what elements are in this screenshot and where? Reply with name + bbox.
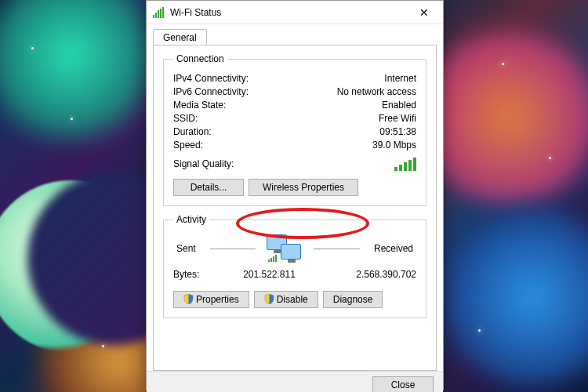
properties-button-label: Properties [196,294,239,305]
wifi-icon [153,7,165,18]
signal-quality-label: Signal Quality: [173,158,234,169]
activity-group: Activity Sent Received Bytes: 201.522.81… [163,214,426,318]
ipv6-label: IPv6 Connectivity: [173,86,249,97]
speed-value: 39.0 Mbps [372,140,416,151]
duration-value: 09:51:38 [379,126,416,137]
shield-icon [264,294,274,304]
activity-legend: Activity [173,214,209,225]
divider-line [314,249,360,249]
svg-rect-4 [162,7,164,18]
media-state-label: Media State: [173,100,226,111]
details-button-label: Details... [191,182,227,193]
sent-label: Sent [173,243,199,254]
svg-rect-1 [155,13,157,18]
dialog-footer: Close [147,371,443,392]
properties-button[interactable]: Properties [173,291,249,308]
svg-rect-0 [153,15,154,18]
window-close-button[interactable]: ✕ [406,1,441,24]
tab-general[interactable]: General [153,29,207,45]
details-button[interactable]: Details... [173,179,244,196]
bytes-received-value: 2.568.390.702 [318,269,416,280]
disable-button[interactable]: Disable [254,291,318,308]
received-label: Received [371,243,416,254]
speed-label: Speed: [173,140,203,151]
diagnose-button[interactable]: Diagnose [323,291,383,308]
disable-button-label: Disable [277,294,308,305]
ipv4-label: IPv4 Connectivity: [173,73,249,84]
connection-group: Connection IPv4 Connectivity:Internet IP… [163,53,426,206]
duration-label: Duration: [173,126,212,137]
divider-line [210,249,256,249]
tab-panel-general: Connection IPv4 Connectivity:Internet IP… [153,45,437,371]
close-button[interactable]: Close [372,376,434,392]
close-button-label: Close [391,379,416,390]
bytes-label: Bytes: [173,269,220,280]
signal-bars-icon [394,157,416,171]
connection-legend: Connection [173,53,227,64]
network-activity-icon [267,234,303,263]
ssid-value: Free Wifi [379,113,416,124]
wireless-properties-button[interactable]: Wireless Properties [249,179,358,196]
bytes-sent-value: 201.522.811 [220,269,318,280]
ipv4-value: Internet [384,73,416,84]
titlebar: Wi-Fi Status ✕ [147,1,443,24]
svg-rect-3 [160,9,162,18]
ssid-label: SSID: [173,113,198,124]
media-state-value: Enabled [382,100,416,111]
wifi-status-dialog: Wi-Fi Status ✕ General Connection IPv4 C… [146,0,444,390]
window-title: Wi-Fi Status [170,7,406,18]
diagnose-button-label: Diagnose [333,294,373,305]
shield-icon [183,294,194,304]
close-icon: ✕ [419,6,429,19]
wireless-properties-label: Wireless Properties [263,182,344,193]
ipv6-value: No network access [337,86,416,97]
tab-area: General Connection IPv4 Connectivity:Int… [147,24,443,371]
svg-rect-2 [158,10,159,18]
tab-general-label: General [163,32,197,43]
